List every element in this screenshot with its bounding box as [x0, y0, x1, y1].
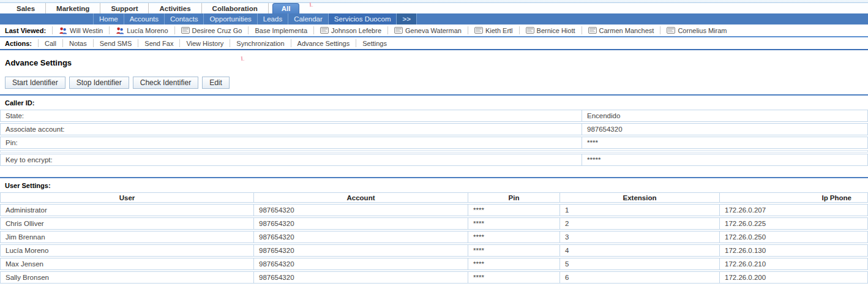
edit-button[interactable]: Edit [202, 77, 230, 89]
ip-phone-cell: 172.26.0.210 [720, 258, 868, 270]
user-settings-section: User Settings: User Account Pin Extensio… [0, 177, 868, 285]
contact-card-icon [588, 27, 597, 34]
extension-cell: 4 [560, 244, 720, 257]
pin-cell: **** [468, 244, 560, 257]
user-cell: Administrator [0, 204, 254, 216]
user-cell: Sally Bronsen [0, 271, 254, 284]
action-send-fax[interactable]: Send Fax [138, 39, 179, 47]
user-cell: Chris Olliver [0, 217, 254, 230]
contact-card-icon [181, 27, 190, 34]
last-viewed-item-label: Kieth Ertl [485, 27, 513, 34]
caller-id-section: Caller ID: State: Encendido Associate ac… [0, 94, 868, 167]
user-cell: Jim Brennan [0, 231, 254, 243]
pin-cell: **** [468, 217, 560, 230]
last-viewed-item-label: Desiree Cruz Go [192, 27, 242, 34]
last-viewed-item[interactable]: Lucía Moreno [109, 26, 174, 34]
pin-cell: **** [468, 258, 560, 270]
check-identifier-button[interactable]: Check Identifier [133, 77, 198, 89]
actions-bar: Actions: Call Notas Send SMS Send Fax Vi… [0, 37, 868, 50]
extension-cell: 5 [560, 258, 720, 270]
extension-cell: 2 [560, 217, 720, 230]
table-header-row: User Account Pin Extension Ip Phone [0, 192, 868, 203]
table-row: Associate account: 987654320 [0, 123, 868, 135]
main-content: Advance Settings Start Identifier Stop I… [0, 50, 868, 285]
last-viewed-label: Last Viewed: [0, 27, 52, 34]
module-nav-bar: Home Accounts Contacts Opportunities Lea… [0, 13, 868, 24]
table-row: Chris Olliver 987654320 **** 2 172.26.0.… [0, 217, 868, 230]
module-nav-accounts[interactable]: Accounts [124, 13, 165, 24]
tab-sales[interactable]: Sales [6, 3, 46, 13]
last-viewed-item[interactable]: Will Westin [52, 26, 109, 34]
caller-id-key-to-encrypt-label: Key to encrypt: [0, 154, 582, 166]
table-row: Max Jensen 987654320 **** 5 172.26.0.210 [0, 258, 868, 270]
last-viewed-item-label: Will Westin [70, 27, 103, 34]
column-header-ip-phone: Ip Phone [720, 192, 868, 203]
table-row: Key to encrypt: ***** [0, 154, 868, 166]
start-identifier-button[interactable]: Start Identifier [5, 77, 65, 89]
last-viewed-item[interactable]: Cornelius Miram [660, 26, 733, 34]
module-nav-opportunities[interactable]: Opportunities [204, 13, 257, 24]
users-icon [59, 27, 67, 34]
caller-id-pin-label: Pin: [0, 137, 582, 149]
last-viewed-item-label: Geneva Waterman [405, 27, 462, 34]
caller-id-key-to-encrypt-value: ***** [582, 154, 868, 166]
users-icon [116, 27, 124, 34]
module-nav-servicios-duocom[interactable]: Servicios Duocom [329, 13, 397, 24]
module-nav-leads[interactable]: Leads [258, 13, 288, 24]
module-nav-home[interactable]: Home [93, 13, 124, 24]
action-view-history[interactable]: View History [179, 39, 230, 47]
tab-support[interactable]: Support [100, 3, 149, 13]
actions-label: Actions: [0, 40, 38, 47]
pin-cell: **** [468, 204, 560, 216]
tab-collaboration[interactable]: Collaboration [202, 3, 269, 13]
tab-marketing[interactable]: Marketing [46, 3, 100, 13]
contact-card-icon [394, 27, 403, 34]
column-header-pin: Pin [468, 192, 560, 203]
contact-card-icon [667, 27, 675, 34]
last-viewed-item[interactable]: Johnson Lefebre [313, 26, 387, 34]
action-send-sms[interactable]: Send SMS [93, 39, 138, 47]
table-row: Sally Bronsen 987654320 **** 6 172.26.0.… [0, 271, 868, 284]
last-viewed-item[interactable]: Base Implementa [248, 26, 313, 34]
caller-id-state-label: State: [0, 110, 582, 122]
pin-cell: **** [468, 271, 560, 284]
action-advance-settings[interactable]: Advance Settings [291, 39, 356, 47]
account-cell: 987654320 [254, 271, 468, 284]
extension-cell: 3 [560, 231, 720, 243]
tab-all[interactable]: All [272, 3, 300, 13]
caller-id-table: State: Encendido Associate account: 9876… [0, 108, 868, 167]
ip-phone-cell: 172.26.0.225 [720, 217, 868, 230]
last-viewed-bar: Last Viewed: Will Westin Lucía Moreno De… [0, 24, 868, 37]
last-viewed-item[interactable]: Geneva Waterman [387, 26, 468, 34]
module-nav-more[interactable]: >> [397, 13, 416, 24]
account-cell: 987654320 [254, 204, 468, 216]
spacer-row [0, 150, 868, 152]
account-cell: 987654320 [254, 231, 468, 243]
last-viewed-item[interactable]: Kieth Ertl [468, 26, 519, 34]
action-call[interactable]: Call [38, 39, 62, 47]
tab-activities[interactable]: Activities [149, 3, 201, 13]
last-viewed-item[interactable]: Bernice Hiott [519, 26, 582, 34]
column-header-extension: Extension [560, 192, 720, 203]
module-nav-calendar[interactable]: Calendar [288, 13, 329, 24]
stop-identifier-button[interactable]: Stop Identifier [69, 77, 129, 89]
pin-cell: **** [468, 231, 560, 243]
table-row: State: Encendido [0, 110, 868, 122]
last-viewed-item[interactable]: Desiree Cruz Go [174, 26, 249, 34]
action-settings[interactable]: Settings [356, 39, 393, 47]
ip-phone-cell: 172.26.0.130 [720, 244, 868, 257]
contact-card-icon [320, 27, 329, 34]
extension-cell: 6 [560, 271, 720, 284]
caller-id-pin-value: **** [582, 137, 868, 149]
last-viewed-item-label: Carmen Manchest [599, 27, 654, 34]
account-cell: 987654320 [254, 258, 468, 270]
action-synchronization[interactable]: Synchronization [230, 39, 290, 47]
caller-id-state-value: Encendido [582, 110, 868, 122]
extension-cell: 1 [560, 204, 720, 216]
identifier-toolbar: Start Identifier Stop Identifier Check I… [5, 77, 868, 89]
last-viewed-item-label: Cornelius Miram [678, 27, 727, 34]
module-nav-contacts[interactable]: Contacts [165, 13, 204, 24]
cursor-artifact [241, 56, 245, 61]
last-viewed-item[interactable]: Carmen Manchest [582, 26, 660, 34]
action-notas[interactable]: Notas [62, 39, 93, 47]
